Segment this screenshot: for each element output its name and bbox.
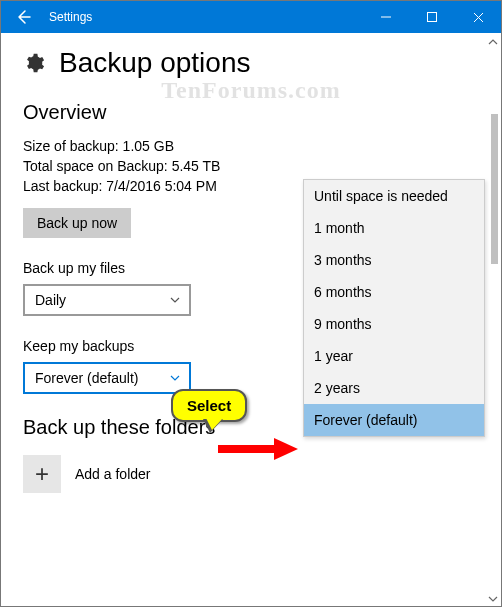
callout-text: Select [187, 397, 231, 414]
minimize-icon [381, 12, 391, 22]
retention-options-list: Until space is needed 1 month 3 months 6… [303, 179, 485, 437]
overview-heading: Overview [23, 101, 479, 124]
frequency-dropdown[interactable]: Daily [23, 284, 191, 316]
retention-option[interactable]: 1 year [304, 340, 484, 372]
close-icon [473, 12, 484, 23]
retention-option-selected[interactable]: Forever (default) [304, 404, 484, 436]
retention-option[interactable]: Until space is needed [304, 180, 484, 212]
scroll-up-button[interactable] [485, 34, 500, 50]
annotation-callout: Select [171, 389, 247, 422]
retention-option[interactable]: 2 years [304, 372, 484, 404]
back-button[interactable] [1, 1, 45, 33]
frequency-value: Daily [35, 292, 66, 308]
maximize-icon [427, 12, 437, 22]
back-arrow-icon [14, 8, 32, 26]
backup-size-text: Size of backup: 1.05 GB [23, 138, 479, 154]
svg-marker-2 [274, 438, 298, 460]
retention-option[interactable]: 6 months [304, 276, 484, 308]
gear-icon [23, 52, 45, 74]
titlebar: Settings [1, 1, 501, 33]
retention-option[interactable]: 1 month [304, 212, 484, 244]
svg-rect-0 [428, 13, 437, 22]
add-folder-label: Add a folder [75, 466, 151, 482]
chevron-down-icon [169, 372, 181, 384]
chevron-down-icon [169, 294, 181, 306]
maximize-button[interactable] [409, 1, 455, 33]
page-header: Backup options [23, 47, 479, 79]
scroll-down-button[interactable] [485, 591, 500, 607]
svg-rect-1 [218, 445, 274, 453]
chevron-down-icon [488, 595, 498, 603]
backup-now-button[interactable]: Back up now [23, 208, 131, 238]
scroll-thumb[interactable] [491, 114, 498, 264]
add-folder-row[interactable]: + Add a folder [23, 455, 479, 493]
chevron-up-icon [488, 38, 498, 46]
plus-icon: + [23, 455, 61, 493]
retention-option[interactable]: 3 months [304, 244, 484, 276]
retention-value: Forever (default) [35, 370, 138, 386]
annotation-arrow-icon [218, 438, 298, 460]
vertical-scrollbar[interactable] [485, 34, 500, 607]
retention-option[interactable]: 9 months [304, 308, 484, 340]
close-button[interactable] [455, 1, 501, 33]
retention-dropdown[interactable]: Forever (default) [23, 362, 191, 394]
minimize-button[interactable] [363, 1, 409, 33]
total-space-text: Total space on Backup: 5.45 TB [23, 158, 479, 174]
window-title: Settings [45, 10, 92, 24]
page-title: Backup options [59, 47, 250, 79]
